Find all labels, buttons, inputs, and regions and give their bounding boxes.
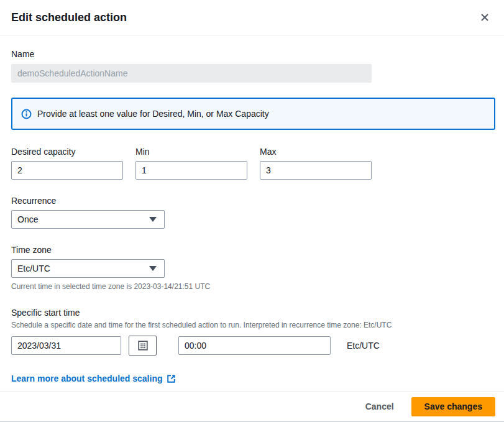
info-icon [21,109,32,119]
timezone-suffix: Etc/UTC [347,341,380,351]
start-time-section: Specific start time Schedule a specific … [11,307,495,355]
max-capacity-field: Max [260,146,372,180]
edit-scheduled-action-modal: Edit scheduled action Name Provide at le [0,0,504,422]
min-capacity-field: Min [135,146,247,180]
start-date-input[interactable] [11,336,121,355]
start-time-description: Schedule a specific date and time for th… [11,321,495,330]
recurrence-select[interactable]: Once [11,210,165,229]
name-label: Name [11,48,495,60]
modal-title: Edit scheduled action [11,11,127,24]
start-time-row: Etc/UTC [11,336,495,355]
external-link-icon [167,374,176,383]
caret-down-icon [149,266,157,271]
learn-more-link-label: Learn more about scheduled scaling [11,374,163,383]
timezone-selected-value: Etc/UTC [17,264,50,273]
save-changes-button[interactable]: Save changes [411,397,495,416]
close-button[interactable] [475,8,494,27]
close-icon [480,12,490,22]
desired-capacity-input[interactable] [11,161,123,180]
cancel-button[interactable]: Cancel [365,401,394,411]
min-capacity-label: Min [135,146,247,157]
recurrence-label: Recurrence [11,195,495,206]
max-capacity-input[interactable] [260,161,372,180]
modal-header: Edit scheduled action [0,0,504,35]
desired-capacity-label: Desired capacity [11,146,123,157]
name-input [11,64,372,83]
capacity-row: Desired capacity Min Max [11,146,495,180]
info-alert: Provide at least one value for Desired, … [11,98,495,130]
recurrence-selected-value: Once [17,214,38,224]
caret-down-icon [149,217,157,222]
timezone-helper-text: Current time in selected time zone is 20… [11,282,495,291]
desired-capacity-field: Desired capacity [11,146,123,180]
min-capacity-input[interactable] [135,161,247,180]
timezone-select[interactable]: Etc/UTC [11,259,165,278]
start-time-input[interactable] [178,336,331,355]
start-time-label: Specific start time [11,307,495,318]
modal-footer: Cancel Save changes [0,391,504,421]
recurrence-field: Recurrence Once [11,195,495,229]
max-capacity-label: Max [260,146,372,157]
learn-more-link[interactable]: Learn more about scheduled scaling [11,374,176,383]
calendar-icon [138,341,148,351]
calendar-button[interactable] [129,336,157,355]
modal-body: Name Provide at least one value for Desi… [0,35,504,391]
timezone-label: Time zone [11,244,495,255]
alert-message: Provide at least one value for Desired, … [37,109,269,119]
timezone-field: Time zone Etc/UTC Current time in select… [11,244,495,291]
